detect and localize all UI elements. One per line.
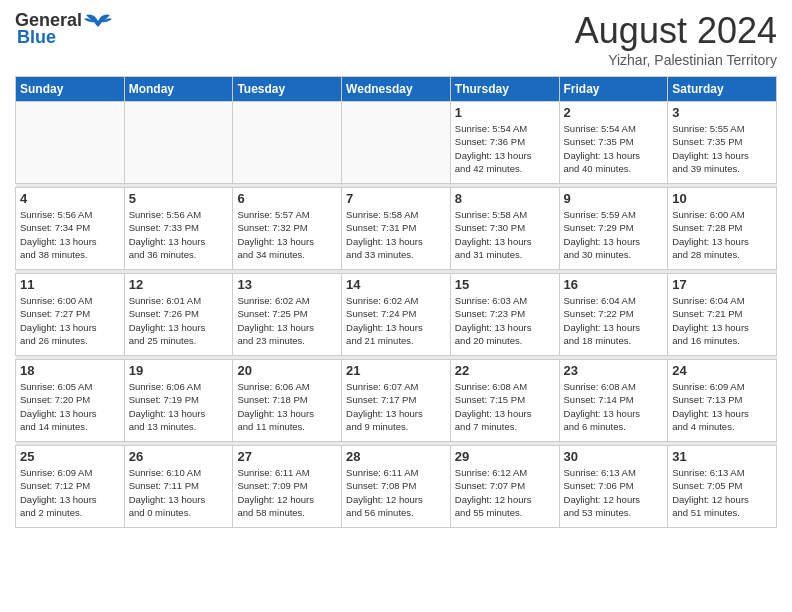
calendar-cell: 17Sunrise: 6:04 AM Sunset: 7:21 PM Dayli… [668, 274, 777, 356]
day-info: Sunrise: 6:01 AM Sunset: 7:26 PM Dayligh… [129, 294, 229, 347]
day-info: Sunrise: 5:56 AM Sunset: 7:33 PM Dayligh… [129, 208, 229, 261]
day-number: 30 [564, 449, 664, 464]
calendar-week-row: 11Sunrise: 6:00 AM Sunset: 7:27 PM Dayli… [16, 274, 777, 356]
calendar-cell: 8Sunrise: 5:58 AM Sunset: 7:30 PM Daylig… [450, 188, 559, 270]
weekday-header-sunday: Sunday [16, 77, 125, 102]
calendar-cell: 7Sunrise: 5:58 AM Sunset: 7:31 PM Daylig… [342, 188, 451, 270]
calendar-cell: 27Sunrise: 6:11 AM Sunset: 7:09 PM Dayli… [233, 446, 342, 528]
day-info: Sunrise: 6:06 AM Sunset: 7:19 PM Dayligh… [129, 380, 229, 433]
weekday-header-thursday: Thursday [450, 77, 559, 102]
day-info: Sunrise: 6:11 AM Sunset: 7:08 PM Dayligh… [346, 466, 446, 519]
calendar-week-row: 25Sunrise: 6:09 AM Sunset: 7:12 PM Dayli… [16, 446, 777, 528]
day-info: Sunrise: 6:09 AM Sunset: 7:13 PM Dayligh… [672, 380, 772, 433]
day-number: 11 [20, 277, 120, 292]
weekday-header-tuesday: Tuesday [233, 77, 342, 102]
day-info: Sunrise: 6:13 AM Sunset: 7:06 PM Dayligh… [564, 466, 664, 519]
day-number: 17 [672, 277, 772, 292]
day-info: Sunrise: 6:02 AM Sunset: 7:25 PM Dayligh… [237, 294, 337, 347]
calendar-cell: 28Sunrise: 6:11 AM Sunset: 7:08 PM Dayli… [342, 446, 451, 528]
day-info: Sunrise: 6:00 AM Sunset: 7:27 PM Dayligh… [20, 294, 120, 347]
day-number: 9 [564, 191, 664, 206]
day-number: 20 [237, 363, 337, 378]
calendar-cell: 21Sunrise: 6:07 AM Sunset: 7:17 PM Dayli… [342, 360, 451, 442]
month-year-title: August 2024 [575, 10, 777, 52]
day-number: 3 [672, 105, 772, 120]
day-info: Sunrise: 6:07 AM Sunset: 7:17 PM Dayligh… [346, 380, 446, 433]
day-info: Sunrise: 5:58 AM Sunset: 7:30 PM Dayligh… [455, 208, 555, 261]
day-number: 23 [564, 363, 664, 378]
weekday-header-wednesday: Wednesday [342, 77, 451, 102]
day-info: Sunrise: 5:56 AM Sunset: 7:34 PM Dayligh… [20, 208, 120, 261]
calendar-week-row: 1Sunrise: 5:54 AM Sunset: 7:36 PM Daylig… [16, 102, 777, 184]
day-number: 27 [237, 449, 337, 464]
day-number: 28 [346, 449, 446, 464]
day-info: Sunrise: 5:54 AM Sunset: 7:35 PM Dayligh… [564, 122, 664, 175]
day-info: Sunrise: 6:04 AM Sunset: 7:22 PM Dayligh… [564, 294, 664, 347]
calendar-cell: 4Sunrise: 5:56 AM Sunset: 7:34 PM Daylig… [16, 188, 125, 270]
calendar-cell [16, 102, 125, 184]
calendar-cell: 12Sunrise: 6:01 AM Sunset: 7:26 PM Dayli… [124, 274, 233, 356]
day-info: Sunrise: 6:13 AM Sunset: 7:05 PM Dayligh… [672, 466, 772, 519]
calendar-cell: 25Sunrise: 6:09 AM Sunset: 7:12 PM Dayli… [16, 446, 125, 528]
calendar-week-row: 4Sunrise: 5:56 AM Sunset: 7:34 PM Daylig… [16, 188, 777, 270]
calendar-cell: 19Sunrise: 6:06 AM Sunset: 7:19 PM Dayli… [124, 360, 233, 442]
calendar-cell: 16Sunrise: 6:04 AM Sunset: 7:22 PM Dayli… [559, 274, 668, 356]
day-info: Sunrise: 6:10 AM Sunset: 7:11 PM Dayligh… [129, 466, 229, 519]
logo-blue: Blue [17, 27, 56, 48]
day-info: Sunrise: 5:59 AM Sunset: 7:29 PM Dayligh… [564, 208, 664, 261]
day-number: 25 [20, 449, 120, 464]
day-number: 7 [346, 191, 446, 206]
page-header: General Blue August 2024 Yizhar, Palesti… [15, 10, 777, 68]
day-number: 26 [129, 449, 229, 464]
calendar-cell: 15Sunrise: 6:03 AM Sunset: 7:23 PM Dayli… [450, 274, 559, 356]
day-number: 19 [129, 363, 229, 378]
day-number: 5 [129, 191, 229, 206]
day-info: Sunrise: 6:08 AM Sunset: 7:14 PM Dayligh… [564, 380, 664, 433]
calendar-cell: 14Sunrise: 6:02 AM Sunset: 7:24 PM Dayli… [342, 274, 451, 356]
day-number: 12 [129, 277, 229, 292]
calendar-table: SundayMondayTuesdayWednesdayThursdayFrid… [15, 76, 777, 528]
location-subtitle: Yizhar, Palestinian Territory [575, 52, 777, 68]
weekday-header-monday: Monday [124, 77, 233, 102]
calendar-cell: 3Sunrise: 5:55 AM Sunset: 7:35 PM Daylig… [668, 102, 777, 184]
calendar-cell: 22Sunrise: 6:08 AM Sunset: 7:15 PM Dayli… [450, 360, 559, 442]
calendar-cell: 10Sunrise: 6:00 AM Sunset: 7:28 PM Dayli… [668, 188, 777, 270]
calendar-cell: 18Sunrise: 6:05 AM Sunset: 7:20 PM Dayli… [16, 360, 125, 442]
day-number: 29 [455, 449, 555, 464]
calendar-cell: 24Sunrise: 6:09 AM Sunset: 7:13 PM Dayli… [668, 360, 777, 442]
bird-icon [84, 11, 112, 31]
day-number: 6 [237, 191, 337, 206]
day-info: Sunrise: 6:00 AM Sunset: 7:28 PM Dayligh… [672, 208, 772, 261]
day-info: Sunrise: 6:03 AM Sunset: 7:23 PM Dayligh… [455, 294, 555, 347]
calendar-cell: 23Sunrise: 6:08 AM Sunset: 7:14 PM Dayli… [559, 360, 668, 442]
day-info: Sunrise: 6:02 AM Sunset: 7:24 PM Dayligh… [346, 294, 446, 347]
day-number: 21 [346, 363, 446, 378]
calendar-cell: 9Sunrise: 5:59 AM Sunset: 7:29 PM Daylig… [559, 188, 668, 270]
day-number: 16 [564, 277, 664, 292]
day-number: 10 [672, 191, 772, 206]
weekday-header-row: SundayMondayTuesdayWednesdayThursdayFrid… [16, 77, 777, 102]
day-info: Sunrise: 6:06 AM Sunset: 7:18 PM Dayligh… [237, 380, 337, 433]
day-info: Sunrise: 5:55 AM Sunset: 7:35 PM Dayligh… [672, 122, 772, 175]
day-number: 24 [672, 363, 772, 378]
logo: General Blue [15, 10, 112, 48]
calendar-cell [124, 102, 233, 184]
day-info: Sunrise: 5:54 AM Sunset: 7:36 PM Dayligh… [455, 122, 555, 175]
day-number: 1 [455, 105, 555, 120]
calendar-cell: 2Sunrise: 5:54 AM Sunset: 7:35 PM Daylig… [559, 102, 668, 184]
calendar-cell: 26Sunrise: 6:10 AM Sunset: 7:11 PM Dayli… [124, 446, 233, 528]
day-number: 8 [455, 191, 555, 206]
day-info: Sunrise: 6:08 AM Sunset: 7:15 PM Dayligh… [455, 380, 555, 433]
day-info: Sunrise: 5:58 AM Sunset: 7:31 PM Dayligh… [346, 208, 446, 261]
calendar-cell: 11Sunrise: 6:00 AM Sunset: 7:27 PM Dayli… [16, 274, 125, 356]
day-number: 14 [346, 277, 446, 292]
day-number: 15 [455, 277, 555, 292]
day-number: 18 [20, 363, 120, 378]
day-info: Sunrise: 6:09 AM Sunset: 7:12 PM Dayligh… [20, 466, 120, 519]
day-info: Sunrise: 5:57 AM Sunset: 7:32 PM Dayligh… [237, 208, 337, 261]
day-number: 31 [672, 449, 772, 464]
day-info: Sunrise: 6:05 AM Sunset: 7:20 PM Dayligh… [20, 380, 120, 433]
calendar-cell: 30Sunrise: 6:13 AM Sunset: 7:06 PM Dayli… [559, 446, 668, 528]
day-info: Sunrise: 6:12 AM Sunset: 7:07 PM Dayligh… [455, 466, 555, 519]
calendar-cell: 31Sunrise: 6:13 AM Sunset: 7:05 PM Dayli… [668, 446, 777, 528]
